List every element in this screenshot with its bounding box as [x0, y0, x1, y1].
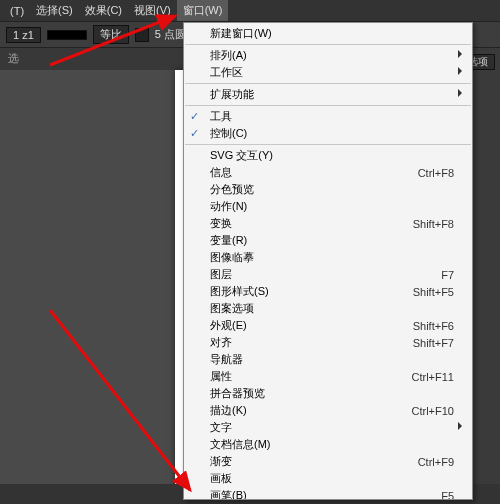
menu-item-shortcut: Shift+F7 [413, 337, 454, 349]
menu-item[interactable]: 工作区 [184, 64, 472, 81]
window-menu-dropdown: 新建窗口(W)排列(A)工作区扩展功能✓工具✓控制(C)SVG 交互(Y)信息C… [183, 22, 473, 500]
menu-item[interactable]: 扩展功能 [184, 86, 472, 103]
menu-item-label: 工作区 [210, 65, 454, 80]
menu-select[interactable]: 选择(S) [30, 0, 79, 21]
menu-item[interactable]: 对齐Shift+F7 [184, 334, 472, 351]
menu-item-label: 工具 [210, 109, 454, 124]
menu-item[interactable]: 渐变Ctrl+F9 [184, 453, 472, 470]
menu-item-label: 图像临摹 [210, 250, 454, 265]
submenu-arrow-icon [458, 67, 466, 75]
menu-item[interactable]: ✓工具 [184, 108, 472, 125]
menu-item-label: 图案选项 [210, 301, 454, 316]
menu-item[interactable]: 变换Shift+F8 [184, 215, 472, 232]
submenu-arrow-icon [458, 50, 466, 58]
menu-item[interactable]: 图层F7 [184, 266, 472, 283]
menu-item-shortcut: Ctrl+F11 [412, 371, 455, 383]
menu-item-label: 变量(R) [210, 233, 454, 248]
menu-item[interactable]: ✓控制(C) [184, 125, 472, 142]
menu-item-shortcut: Ctrl+F8 [418, 167, 454, 179]
menu-item[interactable]: 属性Ctrl+F11 [184, 368, 472, 385]
menu-item-label: 文字 [210, 420, 454, 435]
menu-item[interactable]: 拼合器预览 [184, 385, 472, 402]
menu-item-label: 对齐 [210, 335, 393, 350]
menu-item-label: 变换 [210, 216, 393, 231]
menu-item[interactable]: 图形样式(S)Shift+F5 [184, 283, 472, 300]
menu-item-shortcut: Shift+F5 [413, 286, 454, 298]
menu-item-label: 文档信息(M) [210, 437, 454, 452]
menu-item-label: 外观(E) [210, 318, 393, 333]
ratio-select[interactable]: 等比 [93, 25, 129, 44]
menu-item[interactable]: 画笔(B)F5 [184, 487, 472, 500]
menu-item-label: SVG 交互(Y) [210, 148, 454, 163]
check-icon: ✓ [190, 127, 199, 140]
menu-item[interactable]: 图案选项 [184, 300, 472, 317]
menu-item-label: 信息 [210, 165, 398, 180]
menu-item-shortcut: Shift+F6 [413, 320, 454, 332]
menu-t[interactable]: (T) [4, 2, 30, 20]
menu-item[interactable]: 分色预览 [184, 181, 472, 198]
menu-item[interactable]: 文字 [184, 419, 472, 436]
menu-item-label: 拼合器预览 [210, 386, 454, 401]
menu-item-label: 描边(K) [210, 403, 392, 418]
menu-item-label: 新建窗口(W) [210, 26, 454, 41]
zoom-select[interactable]: 1 z1 [6, 27, 41, 43]
menu-item[interactable]: 新建窗口(W) [184, 25, 472, 42]
menu-separator [185, 44, 471, 45]
check-icon: ✓ [190, 110, 199, 123]
menu-item[interactable]: 变量(R) [184, 232, 472, 249]
menu-item-label: 图层 [210, 267, 421, 282]
menu-item-label: 画板 [210, 471, 454, 486]
menu-window[interactable]: 窗口(W) [177, 0, 229, 21]
swatch-icon[interactable] [135, 28, 149, 42]
menu-item[interactable]: 动作(N) [184, 198, 472, 215]
menu-effect[interactable]: 效果(C) [79, 0, 128, 21]
menu-separator [185, 83, 471, 84]
menu-item-label: 控制(C) [210, 126, 454, 141]
menu-item-shortcut: Shift+F8 [413, 218, 454, 230]
menu-item-shortcut: Ctrl+F9 [418, 456, 454, 468]
stroke-preview[interactable] [47, 30, 87, 40]
menu-item-label: 渐变 [210, 454, 398, 469]
menu-item[interactable]: 外观(E)Shift+F6 [184, 317, 472, 334]
submenu-arrow-icon [458, 89, 466, 97]
menu-item-label: 图形样式(S) [210, 284, 393, 299]
submenu-arrow-icon [458, 422, 466, 430]
menu-item-label: 导航器 [210, 352, 454, 367]
menu-item[interactable]: SVG 交互(Y) [184, 147, 472, 164]
menu-item[interactable]: 信息Ctrl+F8 [184, 164, 472, 181]
menu-item-label: 排列(A) [210, 48, 454, 63]
menu-item-label: 分色预览 [210, 182, 454, 197]
menu-item-shortcut: Ctrl+F10 [412, 405, 455, 417]
menubar: (T) 选择(S) 效果(C) 视图(V) 窗口(W) [0, 0, 500, 22]
menu-item-label: 扩展功能 [210, 87, 454, 102]
menu-view[interactable]: 视图(V) [128, 0, 177, 21]
menu-item[interactable]: 导航器 [184, 351, 472, 368]
menu-item-label: 属性 [210, 369, 392, 384]
menu-item[interactable]: 描边(K)Ctrl+F10 [184, 402, 472, 419]
menu-item-shortcut: F5 [441, 490, 454, 501]
menu-item[interactable]: 画板 [184, 470, 472, 487]
menu-item-label: 画笔(B) [210, 488, 421, 500]
menu-item-label: 动作(N) [210, 199, 454, 214]
menu-item[interactable]: 图像临摹 [184, 249, 472, 266]
menu-item[interactable]: 排列(A) [184, 47, 472, 64]
menu-separator [185, 105, 471, 106]
menu-item-shortcut: F7 [441, 269, 454, 281]
menu-item[interactable]: 文档信息(M) [184, 436, 472, 453]
menu-separator [185, 144, 471, 145]
